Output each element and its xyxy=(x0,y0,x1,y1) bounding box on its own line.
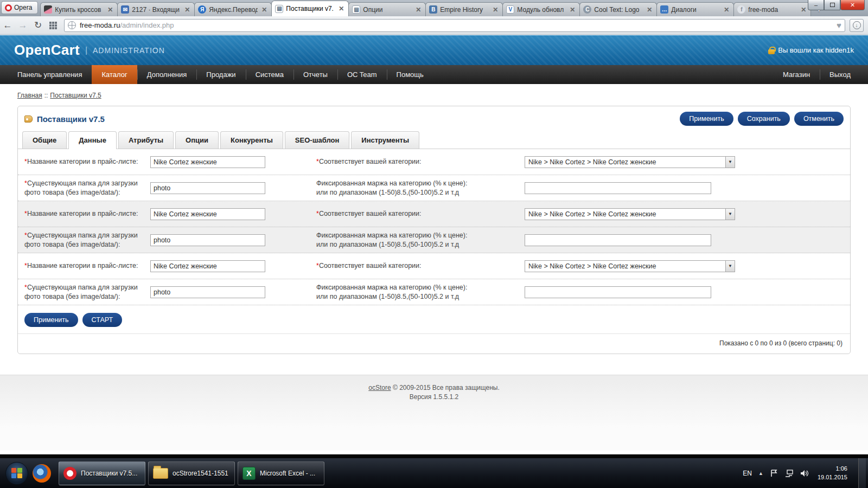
right-label-margin: Фиксированная маржа на категорию (% к це… xyxy=(316,283,525,301)
chevron-down-icon[interactable]: ▼ xyxy=(725,157,735,168)
tab-close-icon[interactable]: ✕ xyxy=(569,6,576,14)
url-host: free-moda.ru xyxy=(80,21,120,29)
chevron-down-icon[interactable]: ▼ xyxy=(725,261,735,272)
page-icon: ▤ xyxy=(275,5,283,13)
panel-tab-инструменты[interactable]: Инструменты xyxy=(351,131,419,149)
price-list-category-input[interactable] xyxy=(150,156,265,168)
photo-folder-input[interactable] xyxy=(150,286,265,298)
firefox-icon[interactable] xyxy=(33,464,51,483)
minimize-button[interactable]: – xyxy=(808,0,824,10)
panel-tab-seo-шаблон[interactable]: SEO-шаблон xyxy=(285,131,349,149)
category-match-select[interactable]: Nike > Nike Cortez > Nike Cortez женские… xyxy=(525,156,735,168)
network-icon[interactable] xyxy=(785,470,794,477)
сохранить-button[interactable]: Сохранить xyxy=(738,112,790,126)
chevron-down-icon[interactable]: ▼ xyxy=(725,209,735,220)
применить-button[interactable]: Применить xyxy=(680,112,733,126)
nav-item-магазин[interactable]: Магазин xyxy=(773,65,820,84)
panel-tab-конкуренты[interactable]: Конкуренты xyxy=(220,131,283,149)
system-tray: EN ▲ 1:06 19.01.2015 xyxy=(743,458,868,488)
отменить-button[interactable]: Отменить xyxy=(794,112,844,126)
apply-bottom-button[interactable]: Применить xyxy=(24,313,78,327)
tab-close-icon[interactable]: ✕ xyxy=(183,6,191,14)
action-center-flag-icon[interactable] xyxy=(770,470,778,477)
url-text[interactable]: free-moda.ru/admin/index.php xyxy=(80,21,174,29)
browser-tab-cooltext[interactable]: CCool Text: Logo✕ xyxy=(579,2,657,16)
show-desktop-button[interactable] xyxy=(858,458,866,488)
breadcrumb-current-link[interactable]: Поставщики v7.5 xyxy=(50,92,101,99)
nav-item-отчеты[interactable]: Отчеты xyxy=(293,65,337,84)
margin-input[interactable] xyxy=(525,286,711,298)
tray-expand-icon[interactable]: ▲ xyxy=(758,471,763,476)
browser-tab-page[interactable]: ▤Опции✕ xyxy=(348,2,426,16)
tab-close-icon[interactable]: ✕ xyxy=(646,6,653,14)
price-tag-icon xyxy=(24,115,33,123)
price-list-category-input[interactable] xyxy=(150,260,265,272)
speed-dial-icon[interactable] xyxy=(49,22,57,29)
bookmark-heart-icon[interactable]: ♥ xyxy=(837,21,841,30)
browser-tab-sneaker[interactable]: Купить кроссов✕ xyxy=(40,2,118,16)
nav-item-помощь[interactable]: Помощь xyxy=(387,65,433,84)
required-asterisk: * xyxy=(24,210,27,217)
browser-tab-module[interactable]: VМодуль обновл✕ xyxy=(502,2,580,16)
panel-tab-данные[interactable]: Данные xyxy=(68,131,117,149)
tab-close-icon[interactable]: ✕ xyxy=(337,5,345,12)
opera-menu-label: Opera xyxy=(14,4,32,11)
panel-tab-опции[interactable]: Опции xyxy=(175,131,219,149)
nav-item-дополнения[interactable]: Дополнения xyxy=(137,65,197,84)
required-asterisk: * xyxy=(24,158,27,165)
back-button[interactable]: ← xyxy=(0,20,15,31)
start-button[interactable] xyxy=(5,462,28,485)
close-button[interactable]: ✕ xyxy=(840,0,865,10)
start-button[interactable]: СТАРТ xyxy=(82,313,123,327)
clock[interactable]: 1:06 19.01.2015 xyxy=(818,465,847,482)
browser-tab-dialogs[interactable]: …Диалоги✕ xyxy=(656,2,734,16)
nav-item-продажи[interactable]: Продажи xyxy=(196,65,245,84)
tab-close-icon[interactable]: ✕ xyxy=(106,6,114,14)
browser-tab-free-moda[interactable]: ffree-moda✕ xyxy=(733,2,811,16)
nav-item-выход[interactable]: Выход xyxy=(820,65,860,84)
tab-close-icon[interactable]: ✕ xyxy=(492,6,499,14)
tab-close-icon[interactable]: ✕ xyxy=(800,6,807,14)
breadcrumb-home-link[interactable]: Главная xyxy=(17,92,42,99)
volume-icon[interactable] xyxy=(800,470,809,477)
taskbar-button-excel[interactable]: XMicrosoft Excel - ... xyxy=(238,461,324,485)
price-list-category-input[interactable] xyxy=(150,208,265,220)
address-bar[interactable]: free-moda.ru/admin/index.php ♥ xyxy=(64,19,845,32)
site-badge-icon[interactable] xyxy=(68,21,76,29)
category-match-select[interactable]: Nike > Nike Cortez > Nike Cortez женские… xyxy=(525,208,735,220)
browser-tab-vk[interactable]: BEmpire History✕ xyxy=(425,2,503,16)
photo-folder-input[interactable] xyxy=(150,234,265,246)
windows-taskbar: Поставщики v7.5...ocStrore1541-1551XMicr… xyxy=(0,458,868,488)
nav-item-каталог[interactable]: Каталог xyxy=(92,65,137,84)
taskbar-button-opera[interactable]: Поставщики v7.5... xyxy=(59,461,145,485)
field-label-category: *Название категории в прайс-листе: xyxy=(24,157,150,166)
reload-button[interactable]: ↻ xyxy=(30,20,46,31)
tab-close-icon[interactable]: ✕ xyxy=(723,6,730,14)
tab-close-icon[interactable]: ✕ xyxy=(260,6,268,14)
taskbar-buttons: Поставщики v7.5...ocStrore1541-1551XMicr… xyxy=(59,461,327,485)
field-cell xyxy=(150,156,316,168)
panel-header: Поставщики v7.5 ПрименитьСохранитьОтмени… xyxy=(18,106,850,130)
downloads-button[interactable]: ↓ xyxy=(850,19,864,32)
browser-tab-page[interactable]: ▤Поставщики v7.✕ xyxy=(271,1,349,16)
maximize-button[interactable] xyxy=(824,0,840,10)
nav-item-система[interactable]: Система xyxy=(246,65,293,84)
tab-title: Опции xyxy=(363,6,412,14)
nav-item-панель-управления[interactable]: Панель управления xyxy=(8,65,92,84)
margin-input[interactable] xyxy=(525,182,711,194)
category-match-select[interactable]: Nike > Nike Cortez > Nike Cortez женские… xyxy=(525,260,735,272)
opera-menu-button[interactable]: Opera xyxy=(1,1,38,14)
photo-folder-input[interactable] xyxy=(150,182,265,194)
browser-tab-mail[interactable]: ✉2127 · Входящи✕ xyxy=(117,2,195,16)
tab-close-icon[interactable]: ✕ xyxy=(414,6,422,14)
margin-input[interactable] xyxy=(525,234,711,246)
taskbar-button-folder[interactable]: ocStrore1541-1551 xyxy=(148,461,235,485)
language-indicator[interactable]: EN xyxy=(743,470,752,477)
ocstore-link[interactable]: ocStore xyxy=(368,384,391,391)
forward-button[interactable]: → xyxy=(15,20,30,31)
nav-item-oc-team[interactable]: OC Team xyxy=(337,65,387,84)
panel-tab-атрибуты[interactable]: Атрибуты xyxy=(118,131,174,149)
form-row: *Название категории в прайс-листе:*Соотв… xyxy=(18,149,850,175)
panel-tab-общие[interactable]: Общие xyxy=(22,131,67,149)
browser-tab-yandex-translate[interactable]: ЯЯндекс.Перевод✕ xyxy=(194,2,272,16)
